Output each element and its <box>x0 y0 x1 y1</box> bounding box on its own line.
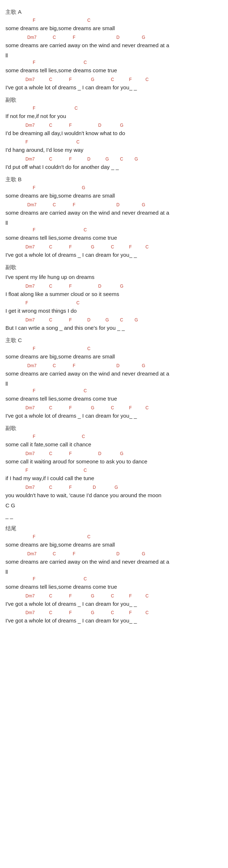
chord: D <box>116 551 120 556</box>
chord: G <box>142 363 145 368</box>
chord: F <box>73 363 75 368</box>
chord: C <box>49 405 52 410</box>
chord: C <box>53 35 56 40</box>
chord: C <box>145 244 149 250</box>
chord: F <box>69 610 72 615</box>
chord-row: Dm7CFDG <box>5 451 223 458</box>
chord: G <box>142 202 145 207</box>
chord: F <box>25 300 28 305</box>
chord-row: FC <box>5 346 223 353</box>
lyric-block: FCI get it wrong most things I do <box>5 300 223 315</box>
lyric-line: I've got a whole lot of dreams _ I can d… <box>5 84 223 92</box>
chord: F <box>25 468 28 473</box>
lyric-block: FCif I had my way,if I could call the tu… <box>5 468 223 483</box>
chord: F <box>73 202 75 207</box>
lyric-line: some dreams are carried away on the wind… <box>5 41 223 50</box>
chord: C <box>111 593 114 599</box>
lyric-line: _ _ <box>5 512 223 520</box>
chord: G <box>91 593 94 599</box>
chord: C <box>84 576 87 581</box>
lyric-line: I get it wrong most things I do <box>5 307 223 315</box>
chord: F <box>69 284 72 289</box>
lyric-block: Dm7CFGCFCI've got a whole lot of dreams … <box>5 610 223 625</box>
chord: G <box>91 77 94 82</box>
chord: F <box>33 576 35 581</box>
chord: F <box>129 244 132 250</box>
lyric-line: some call it fate,some call it chance <box>5 441 223 449</box>
chord: G <box>135 317 138 323</box>
chord: F <box>129 593 132 599</box>
chord: Dm7 <box>25 284 35 289</box>
lyric-line: some call it waiting aroud for someone t… <box>5 458 223 466</box>
chord: F <box>129 405 132 410</box>
section-title-zhuге_A: 主歌 A <box>5 9 223 16</box>
chord: C <box>111 610 114 615</box>
chord: D <box>116 202 120 207</box>
lyric-block: FCsome dreams are big,some dreams are sm… <box>5 18 223 33</box>
lyric-line: some dreams tell lies,some dreams come t… <box>5 66 223 75</box>
lyric-block: Dm7CFDGsome dreams are carried away on t… <box>5 363 223 378</box>
chord: C <box>49 244 52 250</box>
chord: G <box>91 405 94 410</box>
chord: Dm7 <box>25 593 35 599</box>
chord: C <box>49 317 52 323</box>
divider: ll <box>5 220 223 226</box>
lyric-line: I've spent my life hung up on dreams <box>5 273 223 281</box>
lyric-line: I'd be dreaming all day,I wouldn't know … <box>5 129 223 138</box>
chord-row: Dm7CFGCFC <box>5 77 223 84</box>
chord: Dm7 <box>25 610 35 615</box>
chord: G <box>91 244 94 250</box>
chord-row: Dm7CFDGCG <box>5 317 223 324</box>
chord: G <box>120 451 123 456</box>
chord: G <box>82 185 85 190</box>
chord: Dm7 <box>27 551 36 556</box>
lyric-line: I've got a whole lot of dreams _ I can d… <box>5 600 223 608</box>
lyric-line: some dreams tell lies,some dreams come t… <box>5 395 223 403</box>
chord-row: FC <box>5 60 223 66</box>
chord-row: FC <box>5 139 223 146</box>
lyric-line: If not for me,if not for you <box>5 112 223 121</box>
lyric-line: some dreams tell lies,some dreams come t… <box>5 583 223 591</box>
chord: F <box>69 405 72 410</box>
chord: C <box>84 468 87 473</box>
lyric-line: I've got a whole lot of dreams _ I can d… <box>5 617 223 625</box>
lyric-block: FCsome dreams tell lies,some dreams come… <box>5 227 223 242</box>
lyric-block: Dm7CFDGsome dreams are carried away on t… <box>5 35 223 50</box>
chord: C <box>49 77 52 82</box>
chord: D <box>87 157 91 162</box>
lyric-line: some dreams are carried away on the wind… <box>5 209 223 217</box>
lyric-block: Dm7CFGCFCI've got a whole lot of dreams … <box>5 405 223 420</box>
chord: C <box>145 610 149 615</box>
lyric-line: I'd put off what I couldn't do for anoth… <box>5 163 223 171</box>
chord: F <box>33 388 35 393</box>
lyric-block: FCsome dreams tell lies,some dreams come… <box>5 576 223 591</box>
lyric-block: FGsome dreams are big,some dreams are sm… <box>5 185 223 200</box>
chord: C <box>84 60 87 65</box>
chord: C <box>49 485 52 490</box>
chord-row: FC <box>5 534 223 541</box>
chord: D <box>87 317 91 323</box>
lyric-block: FCsome call it fate,some call it chance <box>5 434 223 449</box>
lyric-line: some dreams are carried away on the wind… <box>5 370 223 378</box>
lyric-line: some dreams are big,some dreams are smal… <box>5 353 223 361</box>
chord: C <box>145 593 149 599</box>
lyric-block: FCIf not for me,if not for you <box>5 106 223 121</box>
chord: F <box>69 244 72 250</box>
chord: F <box>33 106 35 111</box>
chord-row: FC <box>5 576 223 583</box>
lyric-block: Dm7CFGCFCI've got a whole lot of dreams … <box>5 593 223 608</box>
chord-row: Dm7CFGCFC <box>5 405 223 412</box>
lyric-line: some dreams are carried away on the wind… <box>5 558 223 566</box>
chord: F <box>33 534 35 539</box>
chord-row: Dm7CFDG <box>5 485 223 491</box>
chord: C <box>82 434 85 439</box>
chord-row: Dm7CFDG <box>5 35 223 41</box>
lyric-block: Dm7CFDGI float along like a summer cloud… <box>5 284 223 299</box>
chord: F <box>33 18 35 23</box>
chord: F <box>69 157 72 162</box>
chord: C <box>53 551 56 556</box>
chord: C <box>49 123 52 128</box>
chord: Dm7 <box>25 123 35 128</box>
chord-row: Dm7CFDG <box>5 123 223 129</box>
chord: F <box>129 77 132 82</box>
